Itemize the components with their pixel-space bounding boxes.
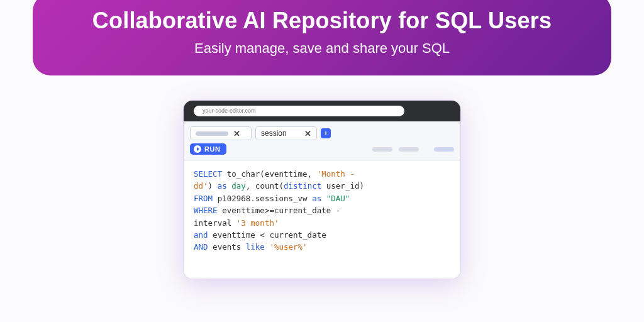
close-icon[interactable]: ✕: [304, 130, 311, 138]
tab-session[interactable]: session ✕: [255, 126, 317, 140]
play-icon: [194, 145, 201, 153]
code-line: SELECT to_char(eventtime, 'Month -: [194, 168, 450, 180]
code-line: FROM p102968.sessions_vw as "DAU": [194, 192, 450, 204]
tab-1[interactable]: ✕: [190, 126, 252, 140]
toolbar-placeholder: [399, 147, 419, 152]
tab-label: session: [261, 129, 299, 138]
code-line: dd') as day, count(distinct user_id): [194, 180, 450, 192]
tab-placeholder: [196, 131, 228, 136]
run-button[interactable]: RUN: [190, 143, 226, 155]
code-editor-window: your-code-editor.com ✕ session ✕ + RUN S…: [184, 101, 460, 279]
hero-subtitle: Easily manage, save and share your SQL: [58, 40, 586, 57]
toolbar-placeholder: [434, 147, 454, 152]
close-icon[interactable]: ✕: [233, 130, 240, 138]
code-line: interval '3 month': [194, 217, 450, 229]
browser-bar: your-code-editor.com: [184, 101, 460, 121]
code-line: and eventtime < current_date: [194, 229, 450, 241]
tabs-row: ✕ session ✕ +: [184, 121, 460, 140]
add-tab-button[interactable]: +: [321, 128, 331, 138]
code-line: WHERE eventtime>=current_date -: [194, 204, 450, 216]
hero-title: Collaborative AI Repository for SQL User…: [58, 8, 586, 34]
toolbar: RUN: [184, 140, 460, 160]
toolbar-placeholder: [372, 147, 392, 152]
code-line: AND events like '%user%': [194, 241, 450, 253]
hero-banner: Collaborative AI Repository for SQL User…: [33, 0, 611, 75]
run-label: RUN: [204, 145, 220, 153]
sql-code-area[interactable]: SELECT to_char(eventtime, 'Month - dd') …: [184, 160, 460, 279]
url-input[interactable]: your-code-editor.com: [194, 106, 404, 116]
